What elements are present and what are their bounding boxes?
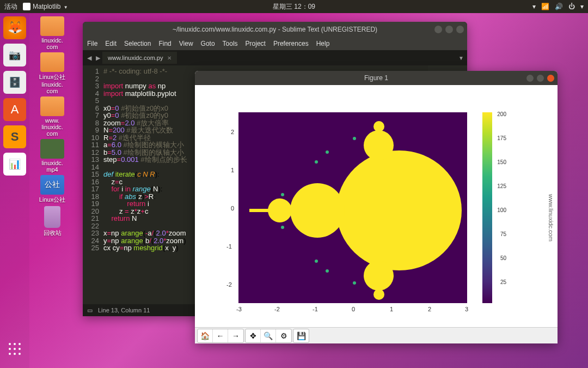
menu-preferences[interactable]: Preferences (273, 40, 309, 47)
gutter: 1234567891011121314151617181920212223242… (83, 65, 103, 254)
top-panel: 活动 Matplotlib ▼ 星期三 12：09 ▾ 📶 🔊 ⏻ ▾ (0, 0, 588, 13)
menu-view[interactable]: View (179, 40, 193, 47)
dock: 🦊 📷 🗄️ A S 📊 (0, 13, 29, 368)
cb-tick: 125 (497, 183, 506, 189)
desktop-folder[interactable]: www. linuxidc. com (33, 96, 72, 137)
clock[interactable]: 星期三 12：09 (273, 2, 315, 11)
menu-goto[interactable]: Goto (201, 40, 215, 47)
menu-help[interactable]: Help (316, 40, 330, 47)
menu-tools[interactable]: Tools (223, 40, 238, 47)
close-button[interactable] (456, 26, 464, 33)
volume-icon[interactable]: 🔊 (555, 3, 563, 10)
figure-canvas[interactable]: -3 -2 -1 0 1 2 3 -2 -1 0 1 2 200 175 150… (195, 85, 558, 327)
configure-button[interactable]: ⚙ (276, 329, 291, 342)
save-button[interactable]: 💾 (293, 329, 309, 342)
dropdown-icon[interactable]: ▾ (532, 3, 536, 10)
desktop: linuxidc. com Linux公社 linuxidc. com www.… (33, 16, 72, 239)
x-tick: -3 (236, 306, 242, 312)
pan-button[interactable]: ✥ (246, 329, 261, 342)
menubar: File Edit Selection Find View Goto Tools… (83, 37, 467, 50)
tabbar: ◀ ▶ www.linuxidc.com.py ✕ ▼ (83, 50, 467, 65)
window-title: ~/linuxidc.com/www.linuxidc.com.py - Sub… (173, 26, 377, 33)
show-apps-button[interactable] (3, 337, 26, 360)
code-area[interactable]: # -*- coding: utf-8 -*- import numpy as … (103, 65, 187, 254)
x-tick: 2 (428, 306, 431, 312)
cb-tick: 150 (497, 159, 506, 165)
figure-titlebar[interactable]: Figure 1 (195, 71, 558, 85)
back-button[interactable]: ← (213, 329, 228, 342)
app-indicator[interactable]: Matplotlib ▼ (23, 3, 68, 11)
status-icon: ▭ (87, 307, 93, 314)
cb-tick: 175 (497, 135, 506, 141)
cb-tick: 50 (500, 255, 506, 261)
close-button[interactable] (547, 75, 554, 82)
y-tick: 0 (231, 205, 234, 212)
matplotlib-window: Figure 1 -3 -2 -1 (195, 71, 558, 343)
y-tick: 1 (231, 167, 234, 173)
matplotlib-toolbar: 🏠 ← → ✥ 🔍 ⚙ 💾 (195, 327, 558, 343)
colorbar (482, 112, 492, 303)
x-tick: -2 (274, 306, 280, 312)
window-titlebar[interactable]: ~/linuxidc.com/www.linuxidc.com.py - Sub… (83, 22, 467, 37)
network-icon[interactable]: 📶 (541, 3, 549, 10)
cb-tick: 100 (497, 207, 506, 213)
menu-edit[interactable]: Edit (105, 40, 117, 47)
dock-sublime[interactable]: S (3, 125, 26, 148)
desktop-video[interactable]: linuxidc. mp4 (33, 139, 72, 173)
dock-camera[interactable]: 📷 (3, 44, 26, 67)
zoom-button[interactable]: 🔍 (261, 329, 276, 342)
tab-file[interactable]: www.linuxidc.com.py ✕ (102, 52, 177, 64)
menu-project[interactable]: Project (246, 40, 266, 47)
activities-button[interactable]: 活动 (4, 2, 17, 11)
x-tick: 3 (465, 306, 468, 312)
home-button[interactable]: 🏠 (198, 329, 213, 342)
maximize-button[interactable] (445, 26, 453, 33)
forward-button[interactable]: → (228, 329, 243, 342)
watermark: www.linuxidc.com (548, 194, 554, 242)
y-tick: -2 (226, 281, 232, 288)
dock-firefox[interactable]: 🦊 (3, 16, 26, 39)
cb-tick: 25 (500, 279, 506, 285)
status-position[interactable]: Line 13, Column 11 (98, 307, 150, 313)
x-tick: 1 (390, 306, 393, 312)
plot-area (238, 112, 467, 303)
dock-matplotlib[interactable]: 📊 (3, 153, 26, 176)
dock-files[interactable]: 🗄️ (3, 71, 26, 94)
cb-tick: 75 (500, 231, 506, 237)
y-tick: -1 (226, 243, 232, 250)
tab-scroll-left[interactable]: ◀ (85, 55, 94, 62)
desktop-folder[interactable]: linuxidc. com (33, 16, 72, 50)
power-icon[interactable]: ⏻ (568, 3, 575, 10)
desktop-folder[interactable]: Linux公社 linuxidc. com (33, 52, 72, 94)
y-tick: 2 (231, 129, 234, 135)
x-tick: 0 (352, 306, 355, 312)
minimize-button[interactable] (434, 26, 442, 33)
cb-tick: 200 (497, 111, 506, 117)
x-tick: -1 (313, 306, 318, 312)
menu-find[interactable]: Find (158, 40, 171, 47)
dropdown-icon[interactable]: ▾ (580, 3, 584, 10)
menu-selection[interactable]: Selection (124, 40, 151, 47)
desktop-trash[interactable]: 回收站 (33, 206, 72, 237)
figure-title: Figure 1 (364, 74, 388, 82)
tab-close-icon[interactable]: ✕ (167, 55, 171, 61)
desktop-image[interactable]: 公社Linux公社 (33, 175, 72, 204)
maximize-button[interactable] (537, 75, 544, 82)
tab-label: www.linuxidc.com.py (108, 55, 163, 61)
tab-scroll-right[interactable]: ▶ (94, 55, 102, 62)
minimize-button[interactable] (526, 75, 534, 82)
menu-file[interactable]: File (87, 40, 97, 47)
tab-overflow-icon[interactable]: ▼ (458, 55, 464, 61)
dock-software[interactable]: A (3, 98, 26, 121)
